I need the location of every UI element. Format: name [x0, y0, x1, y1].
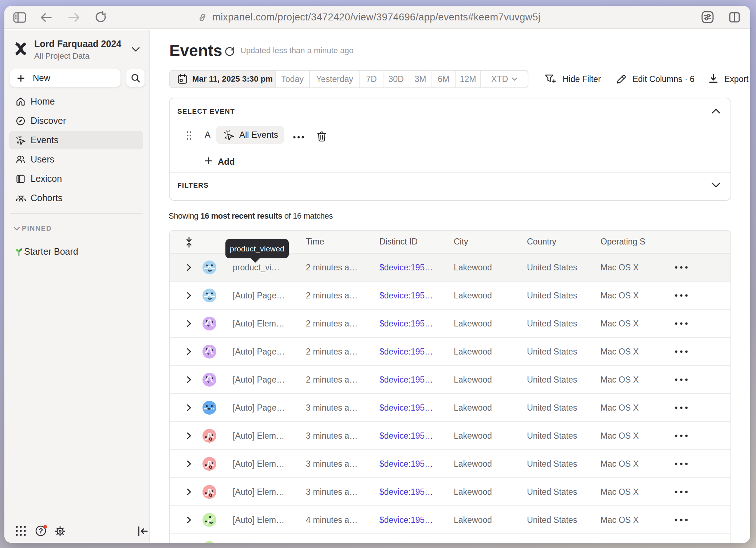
svg-text:?: ? [39, 527, 43, 535]
